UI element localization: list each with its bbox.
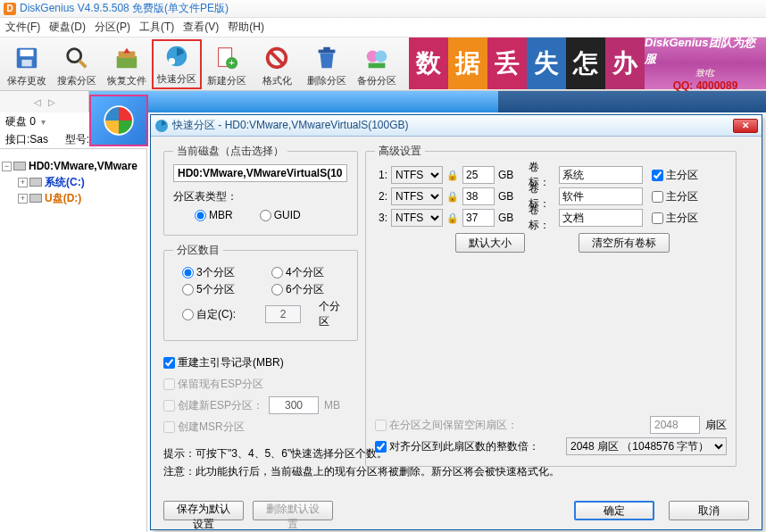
check-primary[interactable]: 主分区 — [652, 189, 698, 204]
filesystem-select[interactable]: NTFS — [391, 166, 443, 184]
radio-custom[interactable]: 自定(C): — [182, 307, 247, 322]
toolbar-backup-partition[interactable]: 备份分区 — [352, 39, 402, 89]
toolbar-format[interactable]: 格式化 — [252, 39, 302, 89]
toolbar: 保存更改 搜索分区 恢复文件 快速分区 + 新建分区 格式化 删除分区 备份分区… — [0, 37, 766, 91]
check-align[interactable]: 对齐分区到此扇区数的整数倍： — [375, 439, 539, 454]
prev-icon[interactable]: ◁ — [34, 97, 41, 107]
gap-field[interactable] — [650, 416, 700, 434]
align-select[interactable]: 2048 扇区 （1048576 字节） — [566, 437, 727, 455]
banner-char-2: 据 — [448, 37, 487, 89]
check-new-esp[interactable]: 创建新ESP分区： — [163, 398, 263, 413]
radio-mbr[interactable]: MBR — [195, 209, 233, 221]
cancel-button[interactable]: 取消 — [669, 501, 749, 520]
size-field[interactable] — [462, 209, 495, 227]
quick-partition-icon — [162, 42, 191, 71]
check-primary[interactable]: 主分区 — [652, 211, 698, 226]
tree-partition-d[interactable]: + U盘(D:) — [2, 190, 145, 206]
radio-3-partitions[interactable]: 3个分区 — [182, 265, 254, 280]
dialog-titlebar: 快速分区 - HD0:VMware,VMwareVirtualS(100GB) … — [151, 115, 762, 137]
filesystem-select[interactable]: NTFS — [391, 187, 443, 205]
filesystem-select[interactable]: NTFS — [391, 209, 443, 227]
lock-icon[interactable]: 🔒 — [446, 212, 459, 224]
chevron-down-icon[interactable]: ▾ — [41, 117, 46, 127]
row-index: 1: — [375, 169, 387, 181]
trash-icon — [312, 44, 341, 72]
partition-bar[interactable] — [89, 91, 766, 112]
lock-icon[interactable]: 🔒 — [446, 191, 459, 203]
size-field[interactable] — [462, 166, 495, 184]
menu-view[interactable]: 查看(V) — [183, 20, 219, 35]
svg-line-13 — [271, 52, 282, 63]
delete-default-button[interactable]: 删除默认设置 — [253, 501, 333, 520]
toolbar-search[interactable]: 搜索分区 — [52, 39, 102, 89]
disk-icon — [13, 162, 26, 170]
svg-point-8 — [169, 57, 176, 64]
menu-disk[interactable]: 硬盘(D) — [49, 20, 86, 35]
banner-char-4: 失 — [527, 37, 566, 89]
ad-banner: 数 据 丢 失 怎 办 DiskGenius团队为您服 致电: QQ: 4000… — [409, 37, 766, 89]
tree-partition-c[interactable]: + 系统(C:) — [2, 174, 145, 190]
menu-partition[interactable]: 分区(P) — [95, 20, 130, 35]
radio-guid[interactable]: GUID — [260, 209, 301, 221]
partition-row-3: 3:NTFS🔒GB卷标：主分区 — [375, 207, 727, 229]
expand-icon[interactable]: + — [18, 194, 28, 204]
banner-ad-text: DiskGenius团队为您服 致电: QQ: 4000089 — [645, 37, 766, 89]
disk-label: 硬盘 0 — [5, 114, 36, 129]
toolbar-delete-partition[interactable]: 删除分区 — [302, 39, 352, 89]
disk-tree: − HD0:VMware,VMware + 系统(C:) + U盘(D:) — [0, 148, 147, 532]
advanced-legend: 高级设置 — [375, 144, 425, 159]
interface-label: 接口:Sas — [5, 132, 48, 147]
esp-size-field[interactable] — [269, 396, 319, 414]
size-field[interactable] — [462, 187, 495, 205]
next-icon[interactable]: ▷ — [48, 97, 55, 107]
radio-4-partitions[interactable]: 4个分区 — [271, 265, 343, 280]
lock-icon[interactable]: 🔒 — [446, 170, 459, 181]
align-row: 对齐分区到此扇区数的整数倍： 2048 扇区 （1048576 字节） — [375, 436, 727, 457]
current-disk-legend: 当前磁盘（点击选择） — [173, 144, 287, 159]
expand-icon[interactable]: + — [18, 178, 28, 187]
banner-char-6: 办 — [605, 37, 645, 89]
check-new-msr[interactable]: 创建MSR分区 — [163, 416, 245, 437]
recover-icon — [112, 44, 141, 72]
check-rebuild-mbr[interactable]: 重建主引导记录(MBR) — [163, 352, 284, 373]
size-unit: GB — [498, 190, 516, 203]
menu-file[interactable]: 文件(F) — [5, 20, 40, 35]
menu-help[interactable]: 帮助(H) — [228, 20, 264, 35]
floppy-icon — [12, 44, 41, 72]
toolbar-recover[interactable]: 恢复文件 — [102, 39, 152, 89]
row-index: 2: — [375, 190, 387, 203]
custom-count-field[interactable] — [265, 305, 301, 323]
save-default-button[interactable]: 保存为默认设置 — [163, 501, 244, 520]
volume-label-field[interactable] — [559, 166, 643, 184]
dialog-title: 快速分区 - HD0:VMware,VMwareVirtualS(100GB) — [172, 118, 733, 133]
check-primary[interactable]: 主分区 — [652, 168, 698, 183]
banner-char-5: 怎 — [566, 37, 605, 89]
check-keep-esp[interactable]: 保留现有ESP分区 — [163, 373, 263, 395]
toolbar-quick-partition[interactable]: 快速分区 — [152, 39, 202, 89]
clear-labels-button[interactable]: 清空所有卷标 — [579, 233, 670, 253]
radio-5-partitions[interactable]: 5个分区 — [182, 282, 254, 297]
check-gap[interactable]: 在分区之间保留空闲扇区： — [375, 418, 518, 433]
volume-label-field[interactable] — [559, 209, 643, 227]
close-button[interactable]: ✕ — [733, 119, 758, 133]
current-disk-field[interactable] — [173, 164, 347, 182]
title-bar: D DiskGenius V4.9.5.508 免费版(单文件PE版) — [0, 0, 766, 18]
ok-button[interactable]: 确定 — [574, 501, 654, 520]
format-icon — [262, 44, 291, 72]
svg-point-17 — [375, 50, 387, 62]
collapse-icon[interactable]: − — [2, 162, 12, 171]
menu-tools[interactable]: 工具(T) — [139, 20, 174, 35]
toolbar-save[interactable]: 保存更改 — [2, 39, 52, 89]
svg-text:+: + — [229, 57, 235, 68]
tree-disk-node[interactable]: − HD0:VMware,VMware — [2, 158, 145, 174]
banner-char-3: 丢 — [487, 37, 527, 89]
window-title: DiskGenius V4.9.5.508 免费版(单文件PE版) — [20, 1, 229, 16]
default-size-button[interactable]: 默认大小 — [455, 233, 525, 253]
svg-point-3 — [68, 48, 81, 62]
app-icon: D — [4, 3, 16, 15]
new-partition-icon: + — [212, 44, 241, 72]
toolbar-new-partition[interactable]: + 新建分区 — [202, 39, 252, 89]
radio-6-partitions[interactable]: 6个分区 — [271, 282, 343, 297]
volume-label-field[interactable] — [559, 187, 643, 205]
partition-icon — [29, 194, 42, 203]
